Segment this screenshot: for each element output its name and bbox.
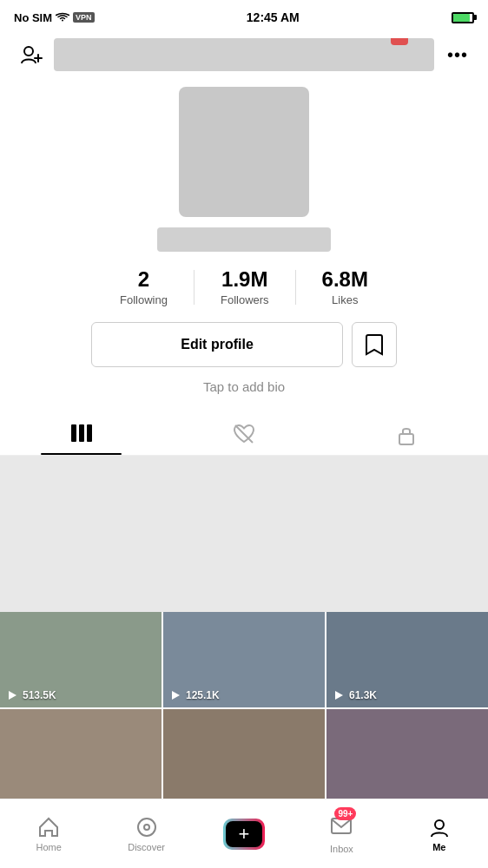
battery-icon [452, 12, 474, 23]
profile-section: 2 Following 1.9M Followers 6.8M Likes Ed… [0, 78, 488, 411]
grid-icon [70, 424, 93, 443]
following-count: 2 [138, 267, 149, 292]
content-empty-area [0, 456, 488, 612]
bio-placeholder[interactable]: Tap to add bio [203, 379, 285, 394]
lock-icon [397, 424, 416, 446]
bookmark-icon [365, 333, 384, 356]
home-icon [37, 816, 60, 838]
status-time: 12:45 AM [247, 10, 300, 24]
followers-stat[interactable]: 1.9M Followers [195, 267, 295, 306]
tab-grid[interactable] [0, 411, 162, 455]
plus-icon: + [226, 821, 262, 847]
svg-rect-5 [87, 424, 92, 442]
tab-locked[interactable] [326, 411, 488, 455]
tabs-bar [0, 411, 488, 456]
followers-label: Followers [221, 293, 269, 306]
following-stat[interactable]: 2 Following [94, 267, 194, 306]
svg-rect-3 [71, 424, 76, 442]
vpn-badge: VPN [73, 12, 95, 23]
svg-point-9 [144, 825, 149, 830]
video-thumb-5[interactable] [163, 709, 325, 805]
cover-image [54, 38, 434, 71]
play-icon-2 [168, 688, 182, 702]
add-user-button[interactable] [14, 38, 47, 71]
status-left: No SIM VPN [14, 11, 95, 24]
carrier-label: No SIM [14, 11, 52, 24]
likes-stat[interactable]: 6.8M Likes [296, 267, 394, 306]
svg-point-0 [24, 47, 33, 56]
action-buttons: Edit profile [17, 322, 471, 367]
video-views-3: 61.3K [349, 689, 377, 701]
video-overlay-1: 513.5K [5, 688, 56, 702]
more-button[interactable]: ••• [441, 38, 474, 71]
top-bar: ••• [0, 31, 488, 78]
username-placeholder [157, 227, 331, 252]
nav-create[interactable]: + [195, 819, 293, 850]
likes-count: 6.8M [322, 267, 368, 292]
svg-point-11 [435, 820, 444, 829]
play-icon-1 [5, 688, 19, 702]
video-thumb-4[interactable] [0, 709, 162, 805]
following-label: Following [120, 293, 168, 306]
bookmark-button[interactable] [352, 322, 397, 367]
create-button[interactable]: + [223, 819, 265, 850]
video-thumb-1[interactable]: 513.5K [0, 612, 162, 707]
likes-label: Likes [332, 293, 358, 306]
edit-profile-button[interactable]: Edit profile [91, 322, 343, 367]
svg-point-8 [138, 819, 155, 836]
tab-liked[interactable] [162, 411, 325, 455]
svg-rect-4 [79, 424, 84, 442]
nav-discover[interactable]: Discover [97, 816, 195, 852]
inbox-badge: 99+ [334, 807, 356, 820]
avatar [179, 87, 309, 217]
nav-inbox[interactable]: 99+ Inbox [293, 814, 390, 854]
video-overlay-3: 61.3K [332, 688, 377, 702]
video-grid: 513.5K 125.1K 61.3K [0, 612, 488, 805]
heart-outline-icon [233, 424, 255, 444]
svg-rect-7 [399, 434, 413, 444]
video-thumb-3[interactable]: 61.3K [326, 612, 488, 707]
nav-me-label: Me [432, 842, 445, 852]
stats-row: 2 Following 1.9M Followers 6.8M Likes [17, 267, 471, 306]
discover-icon [135, 816, 158, 838]
wifi-icon [56, 12, 69, 23]
video-thumb-2[interactable]: 125.1K [163, 612, 325, 707]
video-views-2: 125.1K [186, 689, 220, 701]
video-overlay-2: 125.1K [168, 688, 220, 702]
status-right [452, 12, 474, 23]
video-views-1: 513.5K [23, 689, 56, 701]
nav-home[interactable]: Home [0, 816, 97, 852]
status-bar: No SIM VPN 12:45 AM [0, 0, 488, 31]
nav-home-label: Home [36, 842, 62, 852]
nav-discover-label: Discover [128, 842, 165, 852]
followers-count: 1.9M [221, 267, 267, 292]
me-icon [428, 816, 451, 838]
nav-inbox-label: Inbox [330, 844, 353, 854]
video-thumb-6[interactable] [326, 709, 488, 805]
bottom-nav: Home Discover + 99+ Inbox Me [0, 799, 488, 868]
nav-me[interactable]: Me [391, 816, 488, 852]
play-icon-3 [332, 688, 346, 702]
